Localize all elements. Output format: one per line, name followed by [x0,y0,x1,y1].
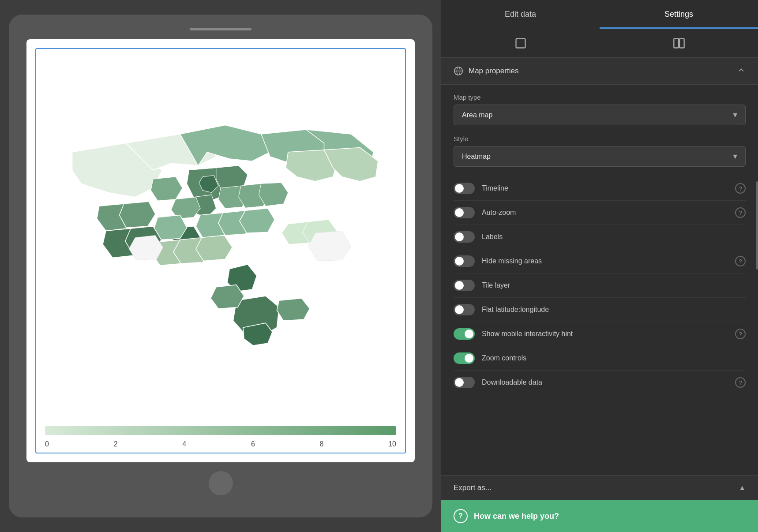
toggle-label-auto-zoom: Auto-zoom [482,209,735,217]
settings-content[interactable]: Map properties Map type Area map ▼ [441,58,758,475]
toggle-timeline[interactable] [454,183,475,194]
map-type-group: Map type Area map ▼ [454,94,746,125]
toggle-label-zoom-controls: Zoom controls [482,354,746,362]
legend-label-10: 10 [388,440,396,448]
help-icon-downloadable[interactable]: ? [735,377,746,388]
map-properties-header-left: Map properties [454,66,518,76]
help-icon-timeline[interactable]: ? [735,183,746,194]
settings-panel: Edit data Settings [441,0,758,532]
map-legend-bar [45,426,396,435]
map-type-select-wrapper: Area map ▼ [454,105,746,125]
toggle-knob-flat-lat [455,305,464,314]
toggle-label-timeline: Timeline [482,184,735,192]
map-legend-labels: 0 2 4 6 8 10 [45,440,396,448]
toggle-labels[interactable] [454,231,475,243]
single-view-icon [514,37,527,49]
legend-label-8: 8 [320,440,324,448]
tabs-header: Edit data Settings [441,0,758,29]
scrollbar-indicator[interactable] [756,181,758,270]
toggle-label-hide-missing: Hide missing areas [482,257,735,265]
legend-label-4: 4 [182,440,186,448]
toggle-row-auto-zoom: Auto-zoom? [454,201,746,225]
toggle-flat-lat[interactable] [454,304,475,315]
map-container[interactable]: 0 2 4 6 8 10 [35,48,406,453]
map-properties-chevron[interactable] [737,66,746,76]
toggle-label-flat-lat: Flat latitude:longitude [482,306,746,314]
toggle-zoom-controls[interactable] [454,352,475,364]
toggle-knob-tile-layer [455,281,464,290]
style-select[interactable]: Heatmap [454,146,746,167]
style-select-wrapper: Heatmap ▼ [454,146,746,167]
toggle-hide-missing[interactable] [454,255,475,267]
toggle-label-downloadable: Downloadable data [482,378,735,386]
map-properties-header[interactable]: Map properties [441,58,758,85]
toggle-label-mobile-hint: Show mobile interactivity hint [482,330,735,338]
map-type-label: Map type [454,94,746,101]
toggle-row-zoom-controls: Zoom controls [454,346,746,371]
toggle-rows-container: Timeline?Auto-zoom?LabelsHide missing ar… [454,176,746,394]
toggle-row-flat-lat: Flat latitude:longitude [454,298,746,322]
map-svg [36,49,405,426]
toggle-downloadable[interactable] [454,377,475,388]
toggle-knob-downloadable [455,378,464,387]
toggle-knob-auto-zoom [455,208,464,217]
device-panel: 0 2 4 6 8 10 [0,0,441,532]
svg-rect-0 [516,39,525,48]
toggle-row-tile-layer: Tile layer [454,273,746,298]
map-type-select[interactable]: Area map [454,105,746,125]
chevron-up-icon [737,66,746,75]
toggle-row-labels: Labels [454,225,746,249]
toggle-row-downloadable: Downloadable data? [454,371,746,394]
toggle-knob-mobile-hint [465,330,473,338]
help-footer-icon: ? [454,509,468,523]
single-view-button[interactable] [441,29,600,57]
help-icon-auto-zoom[interactable]: ? [735,207,746,218]
help-footer[interactable]: ? How can we help you? [441,500,758,532]
tab-edit-data[interactable]: Edit data [441,0,600,29]
map-properties-title: Map properties [469,67,518,75]
help-icon-mobile-hint[interactable]: ? [735,329,746,339]
device-home-button[interactable] [209,471,233,495]
device-screen: 0 2 4 6 8 10 [26,39,415,462]
toggle-mobile-hint[interactable] [454,328,475,340]
toggle-label-tile-layer: Tile layer [482,281,746,289]
export-label: Export as... [454,483,492,492]
view-icons-row [441,29,758,58]
device-frame: 0 2 4 6 8 10 [9,15,432,517]
device-top-bar [190,28,251,30]
help-icon-hide-missing[interactable]: ? [735,256,746,266]
style-group: Style Heatmap ▼ [454,135,746,167]
svg-rect-2 [679,39,684,48]
legend-label-2: 2 [114,440,118,448]
globe-icon [454,66,463,76]
toggle-tile-layer[interactable] [454,280,475,291]
legend-label-0: 0 [45,440,49,448]
help-footer-text: How can we help you? [474,512,559,521]
toggle-row-mobile-hint: Show mobile interactivity hint? [454,322,746,346]
toggle-knob-hide-missing [455,257,464,266]
legend-label-6: 6 [251,440,255,448]
toggle-row-hide-missing: Hide missing areas? [454,249,746,273]
toggle-knob-labels [455,232,464,241]
svg-rect-1 [674,39,679,48]
tab-settings[interactable]: Settings [600,0,758,29]
export-section[interactable]: Export as... ▲ [441,475,758,500]
toggle-label-labels: Labels [482,233,746,241]
export-chevron-icon: ▲ [739,484,746,492]
toggle-knob-zoom-controls [465,354,473,363]
split-view-icon [673,37,685,49]
toggle-knob-timeline [455,184,464,193]
toggle-auto-zoom[interactable] [454,207,475,218]
map-properties-body: Map type Area map ▼ Style Heatmap ▼ [441,85,758,403]
style-label: Style [454,135,746,142]
toggle-row-timeline: Timeline? [454,176,746,201]
split-view-button[interactable] [600,29,758,57]
